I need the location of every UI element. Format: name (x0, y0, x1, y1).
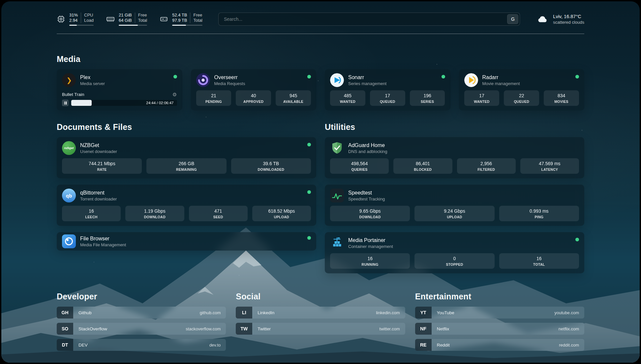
section-title-developer: Developer (57, 292, 226, 301)
cpu-load: 2.94 (69, 18, 78, 23)
stat-upload: 9.24 GbpsUPLOAD (414, 206, 494, 221)
stat-seed: 471SEED (189, 206, 248, 221)
stat-downloaded: 39.6 TBDOWNLOADED (231, 158, 311, 174)
service-name: qBittorrent (80, 190, 303, 196)
nzbget-icon: nzbget (62, 141, 76, 155)
service-desc: Torrent downloader (80, 197, 303, 201)
bookmark-abbr: NF (415, 323, 432, 335)
service-name: Media Portainer (348, 237, 571, 243)
cpu-widget: 31%2.94 CPULoad (57, 13, 94, 26)
service-desc: Media Requests (214, 81, 303, 86)
service-card-qbittorrent[interactable]: qb qBittorrent Torrent downloader 16LEEC… (57, 185, 316, 226)
service-card-adguard[interactable]: AdGuard Home DNS and adblocking 498,564Q… (325, 137, 584, 178)
bookmark-netflix[interactable]: NF Netflix netflix.com (415, 323, 584, 335)
service-name: Plex (80, 74, 169, 80)
top-bar: 31%2.94 CPULoad 21 GiB64 GiB FreeTotal (57, 13, 584, 26)
bookmark-youtube[interactable]: YT YouTube youtube.com (415, 307, 584, 318)
stat-available: 945AVAILABLE (276, 90, 311, 106)
memory-icon (106, 15, 115, 23)
bookmark-name: Twitter (252, 323, 379, 335)
disk-total-label: Total (193, 18, 202, 23)
service-name: AdGuard Home (348, 142, 579, 148)
service-desc: Speedtest Tracking (348, 197, 579, 201)
service-card-filebrowser[interactable]: File Browser Media File Management (57, 232, 316, 251)
sonarr-icon (330, 73, 344, 87)
bookmark-name: YouTube (432, 307, 555, 318)
search-provider-button[interactable]: G (507, 14, 518, 24)
section-title-utilities: Utilities (325, 122, 584, 132)
cloud-icon (536, 14, 549, 24)
service-card-radarr[interactable]: Radarr Movie management 17WANTED 22QUEUE… (459, 69, 585, 110)
disk-widget: 52.4 TB97.9 TB FreeTotal (160, 13, 202, 26)
bookmark-twitter[interactable]: TW Twitter twitter.com (236, 323, 405, 335)
bookmark-url: twitter.com (380, 323, 405, 335)
stat-queries: 498,564QUERIES (330, 158, 389, 174)
bookmark-abbr: YT (415, 307, 432, 318)
service-card-sonarr[interactable]: Sonarr Series management 485WANTED 17QUE… (325, 69, 450, 110)
header-divider (57, 34, 584, 34)
status-dot (442, 75, 445, 78)
memory-usage-bar (119, 25, 147, 26)
portainer-icon (330, 236, 344, 250)
bookmark-name: Reddit (432, 339, 559, 351)
bookmark-stackoverflow[interactable]: SO StackOverflow stackoverflow.com (57, 323, 226, 335)
bookmark-abbr: RE (415, 339, 432, 351)
disk-free-label: Free (193, 13, 202, 18)
stat-total: 16TOTAL (499, 253, 579, 269)
bookmark-group-developer: Developer GH Github github.com SO StackO… (57, 292, 226, 351)
stat-download: 1.19 GbpsDOWNLOAD (125, 206, 184, 221)
radarr-icon (464, 73, 478, 87)
widget-settings-gear-icon[interactable]: ⚙ (172, 92, 177, 97)
bookmark-url: dev.to (209, 339, 226, 351)
service-name: File Browser (80, 235, 303, 242)
service-card-portainer[interactable]: Media Portainer Container management 16R… (325, 232, 584, 273)
stat-upload: 618.52 MbpsUPLOAD (252, 206, 311, 221)
service-name: Speedtest (348, 190, 579, 196)
bookmark-github[interactable]: GH Github github.com (57, 307, 226, 318)
stat-leech: 16LEECH (62, 206, 121, 221)
memory-total-label: Total (138, 18, 147, 23)
stat-queued: 17QUEUED (370, 90, 405, 106)
bookmark-url: reddit.com (559, 339, 584, 351)
disk-free: 52.4 TB (172, 13, 187, 18)
system-resources: 31%2.94 CPULoad 21 GiB64 GiB FreeTotal (57, 13, 202, 26)
disk-icon (160, 15, 168, 23)
service-desc: Media server (80, 81, 169, 86)
cpu-percent: 31% (69, 13, 78, 18)
status-dot (173, 75, 177, 78)
stat-series: 196SERIES (410, 90, 445, 106)
status-dot (575, 75, 579, 78)
bookmark-url: github.com (200, 307, 226, 318)
pause-button[interactable] (62, 100, 69, 106)
stat-queued: 22QUEUED (504, 90, 539, 106)
service-desc: DNS and adblocking (348, 149, 579, 154)
cpu-label: CPU (84, 13, 94, 18)
bookmark-name: LinkedIn (252, 307, 376, 318)
bookmark-name: DEV (73, 339, 209, 351)
filebrowser-icon (62, 234, 76, 248)
status-dot (575, 238, 579, 241)
bookmark-reddit[interactable]: RE Reddit reddit.com (415, 339, 584, 351)
qbittorrent-icon: qb (62, 189, 76, 202)
memory-total: 64 GiB (119, 18, 132, 23)
service-card-nzbget[interactable]: nzbget NZBGet Usenet downloader 744.21 M… (57, 137, 316, 178)
stat-latency: 47.569 msLATENCY (520, 158, 579, 174)
stat-wanted: 17WANTED (464, 90, 500, 106)
service-card-speedtest[interactable]: Speedtest Speedtest Tracking 9.65 GbpsDO… (325, 185, 584, 226)
search-input[interactable] (218, 13, 520, 26)
bookmark-url: netflix.com (559, 323, 584, 335)
service-name: Radarr (482, 74, 571, 80)
plex-icon: ❯ (62, 73, 76, 87)
service-card-plex[interactable]: ❯ Plex Media server Bullet Train ⚙ (57, 69, 182, 110)
bookmark-name: Netflix (432, 323, 559, 335)
weather-location: Lviv, 16.87°C (553, 14, 584, 19)
cpu-usage-bar (69, 25, 94, 26)
bookmark-dev[interactable]: DT DEV dev.to (57, 339, 226, 351)
service-card-overseerr[interactable]: Overseerr Media Requests 21PENDING 40APP… (191, 69, 317, 110)
adguard-icon (330, 141, 344, 155)
now-playing-title: Bullet Train (62, 92, 84, 97)
bookmark-abbr: SO (57, 323, 73, 335)
stat-filtered: 2,956FILTERED (457, 158, 516, 174)
bookmark-linkedin[interactable]: LI LinkedIn linkedin.com (236, 307, 405, 318)
section-title-social: Social (236, 292, 405, 301)
